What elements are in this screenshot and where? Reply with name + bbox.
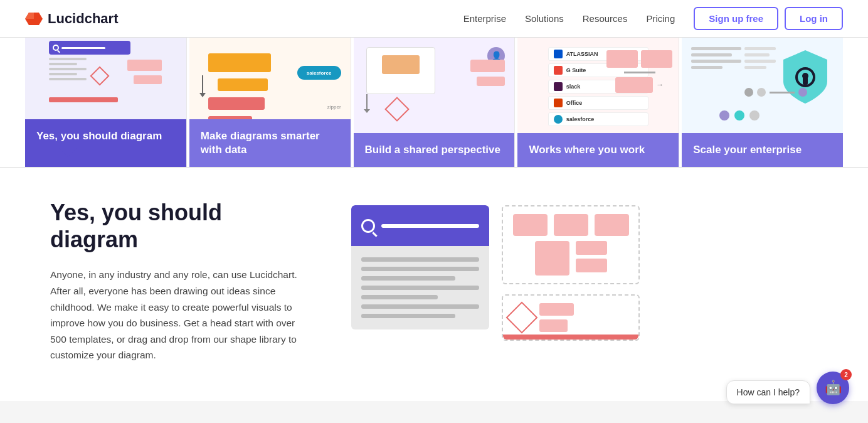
tab4-pink-box1 — [606, 50, 638, 68]
tab5-extra-line1 — [744, 47, 776, 50]
sdt-box4 — [535, 241, 569, 276]
tab5-dash — [770, 92, 795, 94]
svg-marker-1 — [25, 13, 34, 19]
right-diagrams — [502, 205, 640, 341]
tab-perspective-image: 👤 — [354, 38, 515, 133]
tab1-illustration — [43, 38, 168, 119]
tab-smarter[interactable]: salesforce zipper Make diagrams smarter … — [189, 38, 351, 167]
tab4-pink-box3 — [615, 77, 653, 93]
tab5-extra-line4 — [744, 66, 766, 69]
tab1-lines — [49, 58, 87, 80]
tab-diagram-label: Yes, you should diagram — [25, 119, 186, 167]
sdb-pink1 — [539, 303, 574, 316]
sdt-row1 — [511, 214, 631, 236]
sdt-sm1 — [576, 241, 607, 255]
tab5-dot2 — [734, 110, 744, 120]
chat-widget: How can I help? 🤖 2 — [726, 372, 849, 401]
tab2-rect1 — [208, 53, 271, 72]
sdt-box2 — [554, 214, 588, 236]
gsuite-icon — [554, 66, 563, 75]
tab-enterprise[interactable]: Scale your enterprise — [682, 38, 843, 167]
diagram-bottom — [502, 294, 640, 341]
slack-icon — [554, 82, 563, 91]
big-doc-line4 — [361, 286, 479, 290]
sdb-col — [539, 303, 574, 332]
big-doc-lines — [351, 246, 489, 329]
tab5-line4 — [691, 66, 722, 69]
sdt-box1 — [513, 214, 548, 236]
big-search-icon — [361, 219, 375, 233]
tab-diagram[interactable]: Yes, you should diagram — [25, 38, 187, 167]
big-doc-line6 — [361, 304, 479, 309]
tab5-circle1 — [744, 88, 753, 97]
tab4-pink-box2 — [641, 50, 672, 68]
tab1-search-text — [61, 47, 105, 49]
tab3-pink1 — [470, 60, 505, 72]
sdt-col1 — [576, 241, 607, 276]
robot-icon: 🤖 — [825, 380, 842, 396]
svg-point-4 — [802, 73, 808, 79]
tab-enterprise-label: Scale your enterprise — [682, 133, 843, 167]
tab5-extra-lines — [744, 47, 776, 69]
logo-link[interactable]: Lucidchart — [25, 10, 118, 28]
tab5-line1 — [691, 47, 741, 50]
office-icon — [554, 99, 563, 107]
diagram-top — [502, 205, 640, 284]
login-button[interactable]: Log in — [785, 7, 843, 30]
content-text: Yes, you should diagram Anyone, in any i… — [50, 199, 314, 363]
tab1-line5 — [49, 78, 87, 80]
nav-solutions[interactable]: Solutions — [525, 13, 564, 24]
big-search-bar — [351, 205, 489, 246]
tab2-zipper: zipper — [327, 104, 341, 110]
sdt-sm2 — [576, 259, 607, 272]
nav-resources[interactable]: Resources — [583, 13, 628, 24]
tab-works-label: Works where you work — [517, 133, 679, 167]
tab5-extra-line2 — [744, 53, 770, 56]
sdt-box3 — [595, 214, 629, 236]
tab-diagram-image — [25, 38, 186, 119]
tab1-line1 — [49, 58, 87, 60]
tab3-card-inner — [382, 55, 420, 74]
tab1-search-bar — [49, 41, 130, 55]
tab-enterprise-image — [682, 38, 843, 133]
tab5-bottom-row — [744, 88, 807, 97]
navbar: Lucidchart Enterprise Solutions Resource… — [0, 0, 868, 38]
tab5-dot3 — [749, 110, 760, 120]
tab2-salesforce: salesforce — [297, 66, 341, 80]
tab4-salesforce: salesforce — [548, 112, 648, 126]
tab3-arrow — [366, 94, 368, 110]
logo-icon — [25, 10, 43, 28]
tab5-lines — [691, 47, 741, 69]
sdt-row2 — [511, 241, 631, 276]
salesforce-icon — [554, 115, 563, 124]
tab-works[interactable]: ATLASSIAN G Suite slack Office — [517, 38, 679, 167]
signup-button[interactable]: Sign up free — [694, 7, 778, 30]
tab3-pink2 — [477, 77, 505, 86]
tab-perspective[interactable]: 👤 Build a shared perspective — [354, 38, 516, 167]
sdb-pink2 — [539, 319, 568, 332]
chat-button[interactable]: 🤖 2 — [817, 372, 849, 401]
nav-enterprise[interactable]: Enterprise — [463, 13, 506, 24]
sdb-diamond — [506, 302, 538, 334]
tab2-arrow — [202, 75, 203, 94]
tab5-line3 — [691, 60, 741, 63]
tab4-arrow-row: → — [606, 77, 672, 93]
tab-works-image: ATLASSIAN G Suite slack Office — [517, 38, 679, 133]
big-search-text-bar — [381, 224, 479, 228]
tab5-circle3 — [798, 88, 807, 97]
content-description: Anyone, in any industry and any role, ca… — [50, 267, 314, 363]
tab3-diamond — [384, 97, 410, 122]
content-illustration — [351, 199, 803, 356]
tab2-rect2 — [218, 78, 268, 91]
big-doc-line5 — [361, 295, 438, 299]
big-doc-line7 — [361, 314, 455, 318]
tab4-connector-line — [624, 72, 655, 73]
tab4-arrow-symbol: → — [656, 77, 664, 93]
tab5-line2 — [691, 53, 732, 56]
nav-links: Enterprise Solutions Resources Pricing — [463, 13, 675, 24]
big-doc-line1 — [361, 257, 479, 262]
nav-pricing[interactable]: Pricing — [646, 13, 675, 24]
tab2-pink2 — [208, 116, 252, 119]
tab4-right-cards: → — [606, 50, 672, 93]
logo-text: Lucidchart — [48, 11, 118, 27]
